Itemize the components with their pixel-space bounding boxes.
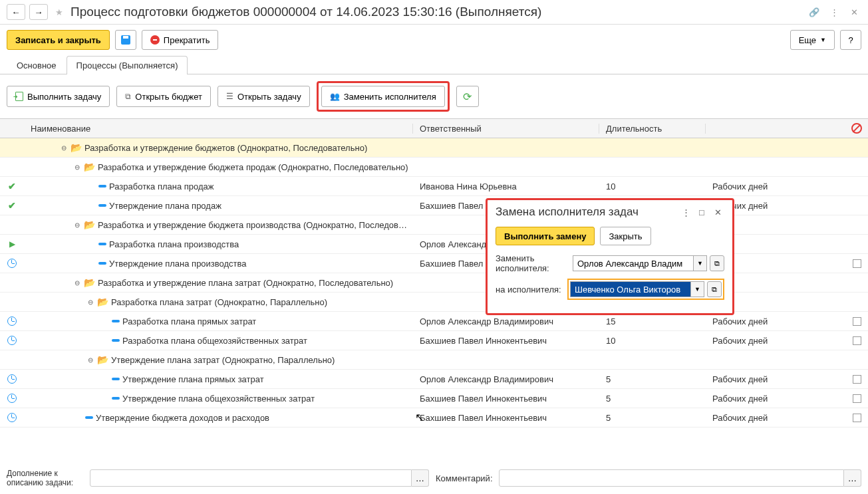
folder-icon: 📂 [71,142,82,153]
nav-forward-button[interactable]: → [29,4,48,20]
do-task-button[interactable]: Выполнить задачу [7,86,110,107]
expander-icon[interactable]: ⊖ [73,163,81,171]
table-row[interactable]: ⊖📂 Разработка и утверждение плана затрат… [0,273,868,293]
row-name-text: Утверждение плана общехозяйственных затр… [122,394,315,404]
table-row[interactable]: Утверждение бюджета доходов и расходовБа… [0,408,868,428]
stop-icon [150,35,160,45]
row-checkbox-cell [845,414,868,422]
dialog-title: Замена исполнителя задач [496,205,676,219]
row-name-text: Разработка плана продаж [109,182,214,191]
check-icon: ✔ [8,181,16,191]
replace-from-label: Заменить исполнителя: [496,253,569,273]
more-button[interactable]: Еще ▼ [790,30,835,50]
refresh-button[interactable]: ⟳ [456,86,479,107]
replace-to-open[interactable]: ⧉ [707,281,722,297]
table-row[interactable]: Утверждение плана прямых затратОрлов Але… [0,370,868,389]
open-task-label: Открыть задачу [237,92,301,102]
help-button[interactable]: ? [840,30,861,50]
nav-back-button[interactable]: ← [7,4,25,20]
clock-icon [7,374,17,384]
folder-icon: 📂 [97,297,108,307]
row-unit: Рабочих дней [706,336,845,346]
table-row[interactable]: ⊖📂 Разработка плана затрат (Однократно, … [0,293,868,312]
table-row[interactable]: ⊖📂 Разработка и утверждение бюджета прод… [0,158,868,177]
play-icon: ▶ [9,239,15,249]
tab-processes[interactable]: Процессы (Выполняется) [67,56,188,74]
table-row[interactable]: Разработка плана прямых затратОрлов Алек… [0,312,868,331]
stop-button[interactable]: Прекратить [142,30,219,50]
row-unit: Рабочих дней [706,316,845,326]
checkbox[interactable] [853,336,861,345]
table-row[interactable]: Разработка плана общехозяйственных затра… [0,331,868,350]
replace-from-input[interactable] [573,255,694,271]
leaf-icon [98,185,106,187]
highlight-replace-performer: 👥Заменить исполнителя [317,81,450,112]
table-row[interactable]: ⊖📂 Разработка и утверждение бюджетов (Од… [0,138,868,158]
row-name-cell: ⊖📂 Разработка и утверждение бюджета прои… [24,219,413,230]
checkbox[interactable] [853,375,861,384]
row-name-cell: Утверждение плана прямых затрат [24,374,413,384]
replace-from-dropdown[interactable]: ▼ [694,255,707,271]
table-row[interactable]: ⊖📂 Утверждение плана затрат (Однократно,… [0,350,868,370]
row-checkbox-cell [845,259,868,268]
row-name-cell: ⊖📂 Утверждение плана затрат (Однократно,… [24,354,413,365]
row-name-cell: Разработка плана производства [24,239,413,249]
col-duration-header[interactable]: Длительность [599,124,706,134]
table-row[interactable]: ⊖📂 Разработка и утверждение бюджета прои… [0,215,868,235]
more-label: Еще [799,35,816,45]
save-close-button[interactable]: Записать и закрыть [7,30,110,50]
check-icon: ✔ [8,200,16,211]
do-task-label: Выполнить задачу [27,92,101,102]
table-row[interactable]: Утверждение плана общехозяйственных затр… [0,389,868,408]
link-icon[interactable]: 🔗 [807,5,821,19]
favorite-star-icon[interactable]: ★ [52,5,67,19]
checkbox[interactable] [853,259,861,268]
table-row[interactable]: Утверждение плана производстваБахшиев Па… [0,254,868,273]
expander-icon[interactable]: ⊖ [86,298,94,306]
row-unit: Рабочих дней [706,374,845,384]
expander-icon[interactable]: ⊖ [60,144,68,152]
expander-icon[interactable]: ⊖ [86,356,94,364]
col-name-header[interactable]: Наименование [24,124,413,134]
table-row[interactable]: ✔ Разработка плана продажИванова Нина Юр… [0,177,868,196]
expander-icon[interactable]: ⊖ [73,221,81,229]
comment-dots-button[interactable]: … [844,469,861,487]
row-name-text: Утверждение плана затрат (Однократно, Па… [111,355,335,365]
row-responsible: Бахшиев Павел Иннокентьевич [413,413,599,423]
dialog-close-icon[interactable]: ✕ [711,205,724,219]
clock-icon [7,336,17,345]
replace-performer-button[interactable]: 👥Заменить исполнителя [321,86,445,107]
addendum-input[interactable] [90,469,412,487]
expander-icon[interactable]: ⊖ [73,279,81,287]
open-budget-button[interactable]: ⧉Открыть бюджет [116,86,211,107]
dialog-close-button[interactable]: Закрыть [600,227,651,245]
open-task-button[interactable]: ☰Открыть задачу [217,86,310,107]
open-icon: ⧉ [125,92,131,101]
row-name-text: Утверждение бюджета доходов и расходов [96,413,269,423]
clock-icon [7,413,17,422]
do-replace-button[interactable]: Выполнить замену [496,227,595,245]
checkbox[interactable] [853,317,861,326]
menu-dots-icon[interactable]: ⋮ [827,5,841,19]
table-row[interactable]: ✔ Утверждение плана продажБахшиев Павел … [0,196,868,215]
folder-icon: 📂 [84,277,95,288]
tab-main[interactable]: Основное [7,56,67,74]
replace-to-input[interactable] [570,281,691,297]
save-button[interactable] [115,30,136,50]
checkbox[interactable] [853,414,861,422]
replace-from-open[interactable]: ⧉ [710,255,724,271]
addendum-dots-button[interactable]: … [412,469,429,487]
table-row[interactable]: ▶ Разработка плана производстваОрлов Але… [0,235,868,254]
stop-label: Прекратить [164,35,210,45]
row-name-text: Разработка и утверждение бюджета произво… [98,220,407,230]
close-icon[interactable]: ✕ [847,5,861,19]
dialog-maximize-icon[interactable]: □ [695,205,708,219]
row-name-cell: Разработка плана прямых затрат [24,316,413,326]
row-status: ✔ [0,200,24,211]
replace-to-dropdown[interactable]: ▼ [691,281,704,297]
dialog-menu-icon[interactable]: ⋮ [679,205,692,219]
col-responsible-header[interactable]: Ответственный [413,124,599,134]
task-do-icon [15,92,23,101]
checkbox[interactable] [853,394,861,403]
comment-input[interactable] [499,469,844,487]
